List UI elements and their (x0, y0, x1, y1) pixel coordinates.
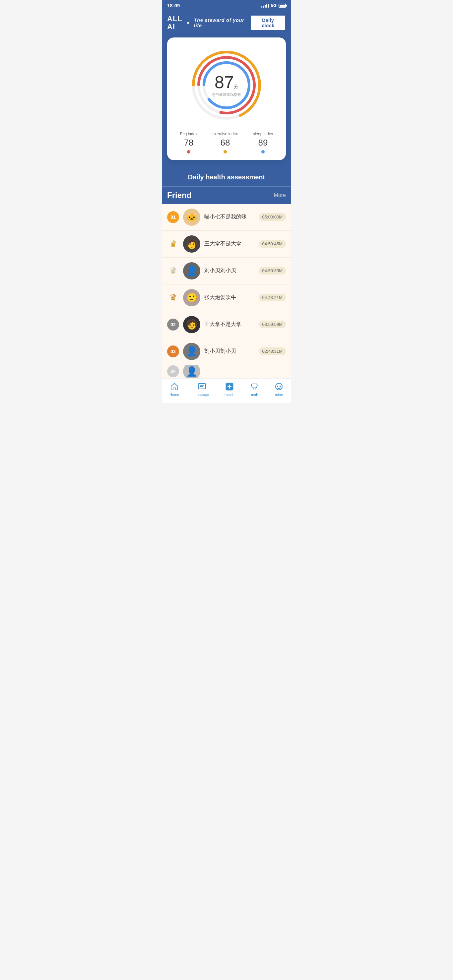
battery-icon (279, 4, 286, 8)
exercise-dot (223, 150, 227, 153)
sleep-index: sleep index 89 (253, 132, 273, 153)
message-icon (197, 382, 207, 391)
friend-name: 刘小贝刘小贝 (204, 267, 255, 274)
nav-mine[interactable]: mine (274, 382, 284, 396)
list-item: 04 👤 (162, 365, 291, 378)
friend-name: 刘小贝刘小贝 (204, 348, 255, 355)
friend-name: 王大拿不是大拿 (204, 240, 255, 247)
friend-time: 04:59:39M (259, 267, 286, 275)
avatar: 🧑 (183, 316, 200, 333)
svg-point-13 (255, 388, 256, 389)
logo-text: ALLAI (167, 15, 182, 31)
indexes-row: Ecg index 78 exercise index 68 sleep ind… (172, 132, 281, 153)
ecg-dot (187, 150, 190, 153)
rank-badge: 01 (167, 211, 179, 223)
avatar: 👤 (183, 262, 200, 280)
svg-point-16 (279, 385, 281, 387)
status-right: 5G (261, 3, 286, 8)
list-item: ♛ 🧑 王大拿不是大拿 04:59:45M (162, 231, 291, 258)
status-time: 18:09 (167, 3, 180, 8)
avatar: 🧑 (183, 235, 200, 253)
nav-home[interactable]: Home (169, 382, 179, 396)
rank-crown: ♛ (167, 238, 179, 250)
friend-name: 张大炮爱吹牛 (204, 294, 255, 301)
daily-clock-button[interactable]: Daily clock (250, 15, 286, 31)
network-type: 5G (271, 3, 277, 8)
friend-title: Friend (167, 191, 191, 200)
nav-health[interactable]: health (225, 382, 234, 396)
sleep-dot (261, 150, 265, 153)
health-subtitle: 您的健康状况指数 (212, 92, 241, 97)
friend-list: 01 🐱 喵小七不是我的咪 05:00:00M ♛ 🧑 王大拿不是大拿 04:5… (162, 204, 291, 378)
health-card: 87分 您的健康状况指数 Ecg index 78 exercise index… (167, 37, 286, 160)
friend-time: 04:43:21M (259, 294, 286, 301)
friend-time: 05:00:00M (259, 213, 286, 221)
friend-name: 喵小七不是我的咪 (204, 213, 255, 221)
health-score: 87分 (212, 73, 241, 91)
more-button[interactable]: More (274, 192, 286, 198)
list-item: ♛ 👤 刘小贝刘小贝 04:59:39M (162, 258, 291, 285)
nav-home-label: Home (169, 393, 179, 396)
ecg-index: Ecg index 78 (180, 132, 198, 153)
home-icon (170, 382, 179, 391)
friend-time: 03:59:59M (259, 321, 286, 328)
chart-center: 87分 您的健康状况指数 (212, 73, 241, 97)
mall-icon (250, 382, 259, 391)
list-item: ♛ 🙂 张大炮爱吹牛 04:43:21M (162, 285, 291, 311)
rank-badge: 02 (167, 318, 179, 331)
signal-bars (261, 4, 269, 8)
logo-area: ALLAI • The steward of your life (167, 15, 250, 31)
svg-point-15 (277, 385, 278, 387)
list-item: 03 👤 刘小贝刘小贝 02:48:31M (162, 338, 291, 365)
nav-health-label: health (225, 393, 234, 396)
assessment-title: Daily health assessment (162, 168, 291, 186)
logo: ALLAI (167, 15, 182, 31)
nav-message[interactable]: message (194, 382, 209, 396)
bottom-nav: Home message health mall (162, 378, 291, 403)
chart-container: 87分 您的健康状况指数 (172, 45, 281, 125)
rank-badge: 04 (167, 365, 179, 377)
avatar: 🙂 (183, 289, 200, 306)
health-card-wrapper: 87分 您的健康状况指数 Ecg index 78 exercise index… (162, 37, 291, 168)
avatar: 👤 (183, 365, 200, 378)
avatar: 👤 (183, 343, 200, 360)
mine-icon (274, 382, 284, 391)
header: ALLAI • The steward of your life Daily c… (162, 11, 291, 37)
svg-point-12 (253, 388, 254, 389)
exercise-index: exercise index 68 (212, 132, 238, 153)
health-icon (225, 382, 234, 391)
status-bar: 18:09 5G (162, 0, 291, 11)
rank-crown: ♛ (167, 265, 179, 277)
friend-header: Friend More (162, 186, 291, 204)
friend-section: Friend More (162, 186, 291, 204)
nav-mall[interactable]: mall (250, 382, 259, 396)
circular-chart: 87分 您的健康状况指数 (187, 45, 266, 125)
tagline: The steward of your life (194, 18, 250, 28)
rank-crown: ♛ (167, 292, 179, 304)
nav-message-label: message (194, 393, 209, 396)
friend-time: 04:59:45M (259, 240, 286, 248)
logo-dot: • (187, 19, 189, 27)
rank-badge: 03 (167, 345, 179, 357)
nav-mine-label: mine (275, 393, 283, 396)
friend-time: 02:48:31M (259, 347, 286, 355)
list-item: 02 🧑 王大拿不是大拿 03:59:59M (162, 311, 291, 338)
avatar: 🐱 (183, 208, 200, 226)
friend-name: 王大拿不是大拿 (204, 321, 255, 328)
nav-mall-label: mall (251, 393, 258, 396)
list-item: 01 🐱 喵小七不是我的咪 05:00:00M (162, 204, 291, 231)
